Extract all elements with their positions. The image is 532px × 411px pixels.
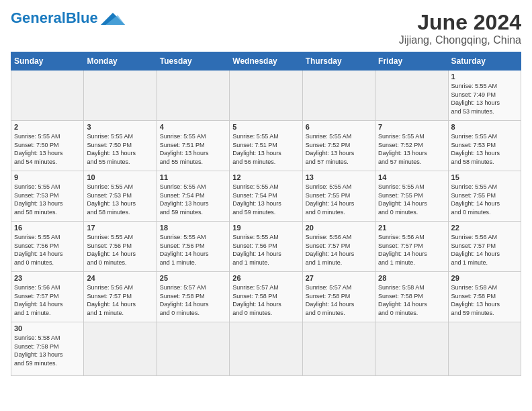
weekday-header-saturday: Saturday <box>448 52 521 71</box>
day-number: 23 <box>14 274 81 282</box>
calendar-cell: 18Sunrise: 5:55 AM Sunset: 7:56 PM Dayli… <box>157 222 229 272</box>
day-info: Sunrise: 5:57 AM Sunset: 7:58 PM Dayligh… <box>232 283 299 317</box>
day-info: Sunrise: 5:55 AM Sunset: 7:54 PM Dayligh… <box>232 183 299 216</box>
calendar-cell: 5Sunrise: 5:55 AM Sunset: 7:51 PM Daylig… <box>230 121 302 171</box>
calendar-cell <box>375 322 448 376</box>
calendar-cell <box>230 322 302 376</box>
calendar-week-5: 23Sunrise: 5:56 AM Sunset: 7:57 PM Dayli… <box>11 272 521 322</box>
day-info: Sunrise: 5:55 AM Sunset: 7:56 PM Dayligh… <box>160 233 226 267</box>
calendar-cell <box>302 71 375 121</box>
calendar-week-6: 30Sunrise: 5:58 AM Sunset: 7:58 PM Dayli… <box>11 322 521 376</box>
day-number: 13 <box>306 173 372 181</box>
day-info: Sunrise: 5:55 AM Sunset: 7:49 PM Dayligh… <box>451 82 518 116</box>
logo-icon <box>101 13 125 25</box>
day-number: 12 <box>232 173 299 181</box>
calendar-cell <box>157 322 229 376</box>
day-info: Sunrise: 5:57 AM Sunset: 7:58 PM Dayligh… <box>306 283 372 317</box>
day-number: 7 <box>378 123 445 131</box>
calendar-header: SundayMondayTuesdayWednesdayThursdayFrid… <box>11 52 521 71</box>
day-info: Sunrise: 5:56 AM Sunset: 7:57 PM Dayligh… <box>87 283 153 317</box>
day-number: 5 <box>232 123 299 131</box>
day-info: Sunrise: 5:55 AM Sunset: 7:54 PM Dayligh… <box>160 183 226 216</box>
day-info: Sunrise: 5:55 AM Sunset: 7:55 PM Dayligh… <box>451 183 518 216</box>
day-number: 26 <box>232 274 299 282</box>
calendar-cell: 25Sunrise: 5:57 AM Sunset: 7:58 PM Dayli… <box>157 272 229 322</box>
day-info: Sunrise: 5:55 AM Sunset: 7:52 PM Dayligh… <box>378 132 445 166</box>
calendar-cell: 22Sunrise: 5:56 AM Sunset: 7:57 PM Dayli… <box>448 222 521 272</box>
day-info: Sunrise: 5:55 AM Sunset: 7:53 PM Dayligh… <box>87 183 153 216</box>
day-number: 30 <box>14 324 81 332</box>
day-number: 10 <box>87 173 153 181</box>
weekday-header-monday: Monday <box>84 52 157 71</box>
calendar-week-1: 1Sunrise: 5:55 AM Sunset: 7:49 PM Daylig… <box>11 71 521 121</box>
title-area: June 2024 Jijiang, Chongqing, China <box>399 11 521 46</box>
day-number: 2 <box>14 123 81 131</box>
calendar-body: 1Sunrise: 5:55 AM Sunset: 7:49 PM Daylig… <box>11 71 521 376</box>
day-info: Sunrise: 5:55 AM Sunset: 7:55 PM Dayligh… <box>306 183 372 216</box>
month-title: June 2024 <box>399 11 521 34</box>
weekday-header-wednesday: Wednesday <box>230 52 302 71</box>
calendar-cell: 19Sunrise: 5:55 AM Sunset: 7:56 PM Dayli… <box>230 222 302 272</box>
calendar-cell: 29Sunrise: 5:58 AM Sunset: 7:58 PM Dayli… <box>448 272 521 322</box>
calendar-cell <box>11 71 84 121</box>
calendar-cell: 6Sunrise: 5:55 AM Sunset: 7:52 PM Daylig… <box>302 121 375 171</box>
calendar-cell: 30Sunrise: 5:58 AM Sunset: 7:58 PM Dayli… <box>11 322 84 376</box>
weekday-header-tuesday: Tuesday <box>157 52 229 71</box>
day-info: Sunrise: 5:55 AM Sunset: 7:56 PM Dayligh… <box>232 233 299 267</box>
day-info: Sunrise: 5:56 AM Sunset: 7:57 PM Dayligh… <box>378 233 445 267</box>
calendar-cell: 10Sunrise: 5:55 AM Sunset: 7:53 PM Dayli… <box>84 171 157 222</box>
day-number: 20 <box>306 224 372 232</box>
day-info: Sunrise: 5:56 AM Sunset: 7:57 PM Dayligh… <box>14 283 81 317</box>
day-number: 14 <box>378 173 445 181</box>
day-info: Sunrise: 5:58 AM Sunset: 7:58 PM Dayligh… <box>451 283 518 317</box>
day-number: 1 <box>451 73 518 81</box>
calendar-cell <box>375 71 448 121</box>
day-number: 8 <box>451 123 518 131</box>
day-number: 6 <box>306 123 372 131</box>
day-info: Sunrise: 5:55 AM Sunset: 7:55 PM Dayligh… <box>378 183 445 216</box>
calendar-cell <box>230 71 302 121</box>
calendar-cell: 16Sunrise: 5:55 AM Sunset: 7:56 PM Dayli… <box>11 222 84 272</box>
calendar-cell: 26Sunrise: 5:57 AM Sunset: 7:58 PM Dayli… <box>230 272 302 322</box>
day-info: Sunrise: 5:55 AM Sunset: 7:56 PM Dayligh… <box>14 233 81 267</box>
calendar-cell: 20Sunrise: 5:56 AM Sunset: 7:57 PM Dayli… <box>302 222 375 272</box>
day-number: 25 <box>160 274 226 282</box>
logo-text: GeneralBlue <box>11 11 98 26</box>
calendar-cell: 7Sunrise: 5:55 AM Sunset: 7:52 PM Daylig… <box>375 121 448 171</box>
calendar-cell: 14Sunrise: 5:55 AM Sunset: 7:55 PM Dayli… <box>375 171 448 222</box>
day-number: 18 <box>160 224 226 232</box>
calendar-cell <box>157 71 229 121</box>
calendar-cell <box>84 71 157 121</box>
day-number: 16 <box>14 224 81 232</box>
day-info: Sunrise: 5:58 AM Sunset: 7:58 PM Dayligh… <box>378 283 445 317</box>
day-info: Sunrise: 5:58 AM Sunset: 7:58 PM Dayligh… <box>14 334 81 367</box>
calendar-cell: 23Sunrise: 5:56 AM Sunset: 7:57 PM Dayli… <box>11 272 84 322</box>
day-number: 24 <box>87 274 153 282</box>
day-number: 15 <box>451 173 518 181</box>
day-number: 29 <box>451 274 518 282</box>
location-title: Jijiang, Chongqing, China <box>399 34 521 46</box>
calendar-cell: 2Sunrise: 5:55 AM Sunset: 7:50 PM Daylig… <box>11 121 84 171</box>
calendar-cell: 21Sunrise: 5:56 AM Sunset: 7:57 PM Dayli… <box>375 222 448 272</box>
calendar-cell: 12Sunrise: 5:55 AM Sunset: 7:54 PM Dayli… <box>230 171 302 222</box>
logo-general: General <box>11 9 66 26</box>
calendar-cell: 13Sunrise: 5:55 AM Sunset: 7:55 PM Dayli… <box>302 171 375 222</box>
day-info: Sunrise: 5:55 AM Sunset: 7:51 PM Dayligh… <box>232 132 299 166</box>
calendar-cell <box>302 322 375 376</box>
logo-blue: Blue <box>66 9 98 26</box>
calendar-cell: 24Sunrise: 5:56 AM Sunset: 7:57 PM Dayli… <box>84 272 157 322</box>
day-number: 3 <box>87 123 153 131</box>
day-number: 28 <box>378 274 445 282</box>
calendar-cell <box>84 322 157 376</box>
day-info: Sunrise: 5:55 AM Sunset: 7:52 PM Dayligh… <box>306 132 372 166</box>
day-info: Sunrise: 5:55 AM Sunset: 7:50 PM Dayligh… <box>87 132 153 166</box>
day-info: Sunrise: 5:55 AM Sunset: 7:51 PM Dayligh… <box>160 132 226 166</box>
day-info: Sunrise: 5:55 AM Sunset: 7:53 PM Dayligh… <box>14 183 81 216</box>
calendar-week-3: 9Sunrise: 5:55 AM Sunset: 7:53 PM Daylig… <box>11 171 521 222</box>
calendar-cell: 15Sunrise: 5:55 AM Sunset: 7:55 PM Dayli… <box>448 171 521 222</box>
day-number: 9 <box>14 173 81 181</box>
day-number: 11 <box>160 173 226 181</box>
day-info: Sunrise: 5:56 AM Sunset: 7:57 PM Dayligh… <box>306 233 372 267</box>
weekday-header-thursday: Thursday <box>302 52 375 71</box>
calendar-cell: 9Sunrise: 5:55 AM Sunset: 7:53 PM Daylig… <box>11 171 84 222</box>
